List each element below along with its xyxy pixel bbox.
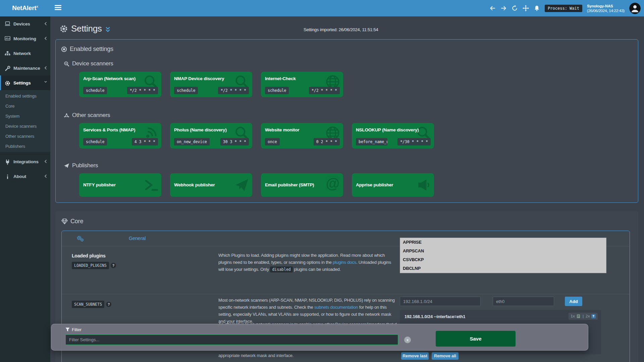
move-arrows-icon[interactable] xyxy=(523,5,529,11)
chevron-left-icon xyxy=(44,66,47,70)
sidebar-item-about[interactable]: About xyxy=(0,169,50,184)
sidebar-item-network[interactable]: Network xyxy=(0,46,50,61)
page-title: Settings xyxy=(71,23,102,34)
setting-card-arpscan[interactable]: Arp-Scan (Network scan) schedule*/2 * * … xyxy=(79,72,161,97)
setting-card-nslookup[interactable]: NSLOOKUP (Name discovery) before_name_up… xyxy=(352,123,434,148)
subnet-input[interactable] xyxy=(400,297,481,306)
schedule-type-badge: schedule xyxy=(174,87,198,94)
setting-card-email-smtp[interactable]: @ Email publisher (SMTP) xyxy=(261,173,343,197)
sidebar-item-other-scanners[interactable]: Other scanners xyxy=(0,131,50,141)
sidebar-item-label: Maintenance xyxy=(13,66,40,71)
sidebar-item-system[interactable]: System xyxy=(0,111,50,121)
sidebar-item-label: About xyxy=(13,174,26,179)
sidebar-item-device-scanners[interactable]: Device scanners xyxy=(0,121,50,131)
card-title: Pholus (Name discovery) xyxy=(174,127,248,132)
sidebar-item-core[interactable]: Core xyxy=(0,101,50,111)
nav-back-icon[interactable] xyxy=(489,5,496,11)
interface-input[interactable] xyxy=(493,297,554,306)
subnet-entry-meta: 1x | 2x xyxy=(569,313,598,320)
card-title: Email publisher (SMTP) xyxy=(265,182,339,187)
sidebar-toggle-icon[interactable] xyxy=(55,5,61,11)
user-avatar[interactable] xyxy=(629,3,641,14)
tab-general[interactable]: General xyxy=(129,236,146,241)
schedule-type-badge: on_new_device xyxy=(174,138,210,145)
subnets-docs-link[interactable]: subnets documentation xyxy=(314,305,358,310)
setting-card-apprise[interactable]: Apprise publisher xyxy=(352,173,434,197)
listbox-option[interactable]: APPRISE xyxy=(400,238,606,247)
setting-label: Loaded plugins xyxy=(72,253,116,258)
other-scanners-heading: Other scanners xyxy=(64,112,110,119)
setting-card-website-monitor[interactable]: Website monitor once0 2 * * * xyxy=(261,123,343,148)
listbox-option[interactable]: CSVBCKP xyxy=(400,255,606,264)
plugins-docs-link[interactable]: plugins docs xyxy=(333,260,356,265)
help-icon[interactable]: ? xyxy=(106,302,111,307)
filter-label: Filter xyxy=(65,327,82,332)
cron-badge: 4 3 * * * xyxy=(132,138,158,145)
wrench-icon xyxy=(5,66,10,71)
schedule-type-badge: before_name_updates xyxy=(356,138,387,145)
cron-badge: */2 * * * * xyxy=(127,87,158,94)
chevron-left-icon xyxy=(44,160,47,164)
monitoring-chart-icon xyxy=(5,36,10,41)
row-divider xyxy=(62,294,630,294)
brand-sup: x xyxy=(37,4,38,8)
gears-icon[interactable] xyxy=(76,235,84,242)
listbox-option[interactable]: ARPSCAN xyxy=(400,247,606,255)
process-status-badge: Process: Wait xyxy=(545,5,582,12)
setting-card-services-ports[interactable]: Services & Ports (NMAP) schedule4 3 * * … xyxy=(79,123,161,148)
cron-badge: */30 * * * * xyxy=(397,138,431,145)
setting-key-badge: SCAN_SUBNETS xyxy=(72,301,104,308)
remove-last-button[interactable]: Remove last xyxy=(401,352,429,360)
save-button[interactable]: Save xyxy=(436,331,516,347)
nav-forward-icon[interactable] xyxy=(500,5,507,11)
settings-submenu: Enabled settings Core System Device scan… xyxy=(0,90,50,152)
help-icon[interactable]: ? xyxy=(111,263,116,268)
setting-card-nmap-discovery[interactable]: NMAP Device discovery schedule*/2 * * * … xyxy=(170,72,252,97)
copy-up-icon[interactable] xyxy=(591,314,596,318)
sidebar-item-publishers[interactable]: Publishers xyxy=(0,141,50,151)
card-title: Internet-Check xyxy=(265,76,339,81)
app-logo[interactable]: NetAlertx xyxy=(0,0,50,16)
filter-settings-input[interactable] xyxy=(65,335,398,345)
collapse-double-chevron-icon[interactable] xyxy=(105,26,110,33)
sidebar-item-settings[interactable]: Settings xyxy=(0,75,50,90)
remove-all-button[interactable]: Remove all xyxy=(432,352,459,360)
card-title: Webhook publisher xyxy=(174,182,248,187)
clear-filter-button[interactable]: x xyxy=(404,337,411,343)
schedule-type-badge: schedule xyxy=(83,87,107,94)
schedule-type-badge: schedule xyxy=(83,138,107,145)
laptop-icon xyxy=(5,21,10,26)
refresh-icon[interactable] xyxy=(512,5,518,11)
setting-card-pholus[interactable]: Pholus (Name discovery) on_new_device30 … xyxy=(170,123,252,148)
setting-card-ntfy[interactable]: NTFY publisher xyxy=(79,173,161,197)
subnet-entry: 192.168.1.0/24 --interface=eth1 xyxy=(405,314,465,319)
setting-card-webhook[interactable]: Webhook publisher xyxy=(170,173,252,197)
notifications-bell-icon[interactable] xyxy=(534,5,540,11)
chevron-left-icon xyxy=(44,174,47,178)
sidebar-item-monitoring[interactable]: Monitoring xyxy=(0,31,50,46)
sitemap-icon xyxy=(5,51,10,56)
sidebar-item-maintenance[interactable]: Maintenance xyxy=(0,61,50,75)
gem-icon xyxy=(61,219,68,224)
sidebar-item-label: Monitoring xyxy=(13,36,36,41)
topbar: NetAlertx Process: Wait Synology-NAS (26… xyxy=(0,0,644,16)
add-button[interactable]: Add xyxy=(565,297,582,306)
filter-overlay: Filter x Save xyxy=(51,324,588,351)
sidebar-item-devices[interactable]: Devices xyxy=(0,16,50,31)
enabled-settings-title: Enabled settings xyxy=(61,46,113,53)
edit-note-icon[interactable] xyxy=(576,314,581,318)
setting-card-internet-check[interactable]: Internet-Check schedule*/2 * * * * xyxy=(261,72,343,97)
sidebar-item-integrations[interactable]: Integrations xyxy=(0,154,50,169)
funnel-icon xyxy=(65,327,70,332)
search-plus-icon xyxy=(64,61,69,67)
recycle-icon xyxy=(64,113,69,118)
info-icon xyxy=(5,174,10,179)
sidebar-item-enabled-settings[interactable]: Enabled settings xyxy=(0,91,50,101)
core-title: Core xyxy=(61,218,83,225)
loaded-plugins-listbox[interactable]: APPRISE ARPSCAN CSVBCKP DBCLNP xyxy=(400,238,606,273)
schedule-type-badge: schedule xyxy=(265,87,289,94)
setting-description: Which Plugins to load. Adding plugins mi… xyxy=(218,252,397,273)
paper-plane-icon xyxy=(64,163,69,169)
settings-gear-icon xyxy=(60,25,68,33)
listbox-option[interactable]: DBCLNP xyxy=(400,264,606,273)
